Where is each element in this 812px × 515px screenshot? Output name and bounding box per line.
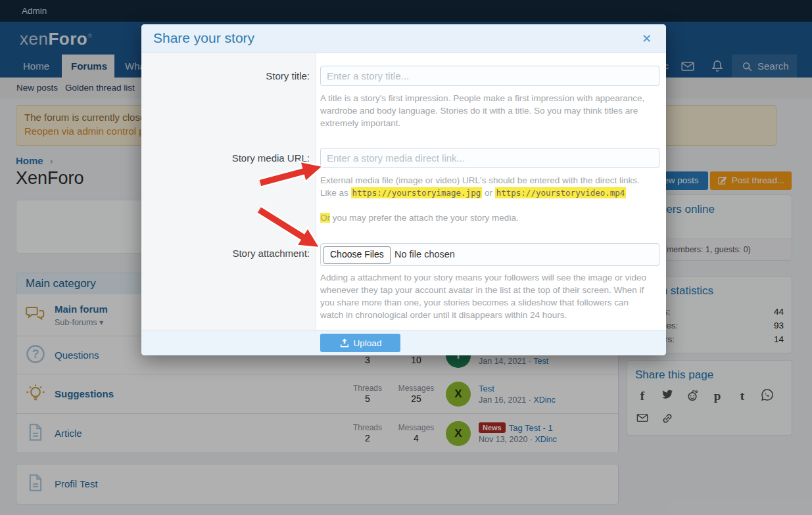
modal-footer: Upload [141, 330, 666, 355]
upload-button[interactable]: Upload [320, 334, 400, 352]
story-media-help-2: Or you may prefer the attach the your st… [320, 212, 652, 224]
story-media-url-input[interactable] [320, 148, 659, 168]
modal-body: Story title: A title is a story's first … [141, 53, 666, 330]
example-video-url: https://yourstoryvideo.mp4 [495, 187, 627, 198]
close-icon[interactable]: ✕ [638, 31, 656, 47]
example-image-url: https://yourstoryimage.jpg [351, 187, 483, 198]
modal-title: Share your story [153, 30, 254, 46]
upload-icon [339, 338, 350, 348]
modal-header: Share your story ✕ [141, 24, 666, 53]
story-attachment-help: Adding a attachment to your story means … [320, 271, 652, 321]
label-column [141, 53, 316, 330]
story-title-input[interactable] [320, 66, 659, 86]
story-attachment-label: Story attachment: [141, 248, 310, 259]
choose-files-button[interactable]: Choose Files [323, 246, 391, 264]
file-input[interactable]: Choose Files No file chosen [320, 243, 659, 266]
file-status-text: No file chosen [394, 244, 455, 265]
story-title-label: Story title: [141, 70, 310, 81]
story-media-url-label: Story media URL: [141, 152, 310, 164]
story-title-help: A title is a story's first impression. P… [320, 92, 652, 129]
share-story-modal: Share your story ✕ Story title: A title … [141, 24, 666, 355]
story-media-help: External media file (image or video) URL… [320, 174, 652, 199]
